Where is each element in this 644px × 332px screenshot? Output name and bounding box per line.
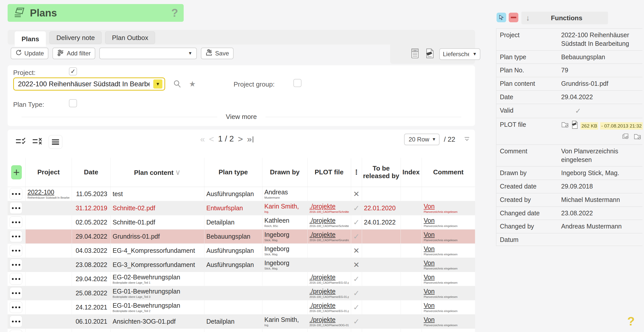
update-button[interactable]: Update xyxy=(11,48,48,59)
save-button[interactable]: Save xyxy=(201,48,234,59)
functions-header[interactable]: ↓ Functions xyxy=(521,12,608,24)
row-menu-button[interactable] xyxy=(10,202,22,214)
row-menu-button[interactable] xyxy=(10,301,22,313)
project-link[interactable]: 2022-100 xyxy=(28,189,54,196)
dropdown-arrow-icon[interactable]: ▼ xyxy=(153,79,162,89)
row-menu-button[interactable] xyxy=(10,216,22,228)
table-row[interactable]: 29.04.2022EG-02-BewehrungsplanBodenplatt… xyxy=(8,272,475,286)
filter-preset-select[interactable]: ▼ xyxy=(99,48,197,59)
comment-link[interactable]: Von xyxy=(424,302,435,309)
plot-file-link[interactable]: ./projekte xyxy=(310,302,336,309)
detail-value: 29.04.2022 xyxy=(561,93,641,101)
comment-link[interactable]: Von xyxy=(424,316,435,323)
plan-type-checkbox[interactable] xyxy=(69,99,77,107)
plot-file-link[interactable]: ./projekte xyxy=(310,203,336,210)
tab-plan-outbox[interactable]: Plan Outbox xyxy=(105,31,155,44)
next-page-button[interactable]: > xyxy=(238,135,243,143)
table-row[interactable]: 25.08.2022EG-01-BewehrungsplanBodenplatt… xyxy=(8,286,475,300)
export-format-select[interactable]: Lieferschein ▼ xyxy=(439,48,480,60)
row-menu-button[interactable] xyxy=(10,231,22,242)
column-comment[interactable]: Comment xyxy=(422,158,475,187)
plot-file-link[interactable]: ./projekte xyxy=(310,217,336,224)
comment-link[interactable]: Von xyxy=(424,203,435,210)
plot-file-link[interactable]: ./projekte xyxy=(310,288,336,295)
table-row[interactable]: 29.04.2022Grundriss-01.pdfBebauungsplanI… xyxy=(8,229,475,243)
table-row[interactable]: 04.03.2022EG-4_KompressorfundamentAusfüh… xyxy=(8,243,475,258)
favorite-star-icon[interactable]: ★ xyxy=(189,79,196,88)
project-filter-checkbox[interactable]: ✓ xyxy=(69,67,77,75)
row-menu-button[interactable] xyxy=(10,188,22,200)
cell-subtext: Stick, Mag. xyxy=(264,239,305,242)
plot-pdf-icon[interactable] xyxy=(571,120,578,131)
sort-descending-icon: ∨ xyxy=(175,168,181,176)
help-icon[interactable]: ? xyxy=(171,7,178,19)
column-project[interactable]: Project xyxy=(25,158,72,187)
comment-link[interactable]: Von xyxy=(424,245,435,252)
deselect-all-icon[interactable] xyxy=(32,137,43,147)
help-icon-bottom[interactable]: ? xyxy=(627,314,635,328)
select-mode-icon[interactable] xyxy=(497,13,506,22)
plot-remove-icon[interactable] xyxy=(561,121,569,130)
row-menu-button[interactable] xyxy=(10,259,22,271)
comment-link[interactable]: Von xyxy=(424,231,435,238)
row-menu-button[interactable] xyxy=(10,330,22,332)
table-row[interactable]: 02.05.2022Schnitte-01.pdfDetailplanKathl… xyxy=(8,215,475,229)
row-menu-button[interactable] xyxy=(10,245,22,256)
column-plot-file[interactable]: PLOT file xyxy=(307,158,351,187)
cell-subtext: Ing. xyxy=(264,324,305,327)
prev-page-button[interactable]: < xyxy=(209,135,214,143)
first-page-button[interactable]: « xyxy=(200,135,205,143)
column-drawn-by[interactable]: Drawn by xyxy=(262,158,307,187)
table-row[interactable]: 24.12.2021EG-01-BewehrungsplanBodenplatt… xyxy=(8,300,475,314)
plot-file-link[interactable]: ./projekte xyxy=(310,274,336,281)
comment-link[interactable]: Von xyxy=(424,259,435,266)
arrow-down-icon: ↓ xyxy=(526,14,530,22)
add-filter-button[interactable]: Add filter xyxy=(52,48,95,59)
comment-link[interactable]: Von xyxy=(424,288,435,295)
plot-folder-icon[interactable] xyxy=(634,133,641,142)
collapse-list-icon[interactable] xyxy=(464,136,470,143)
plot-file-cell: ./projekte2016-100_CAD/Plaene/Schnitte-0… xyxy=(307,201,351,215)
row-menu-button[interactable] xyxy=(10,273,22,285)
detail-row: CommentVon Planverzeichnis eingelesen xyxy=(496,145,642,167)
view-more-link[interactable]: View more xyxy=(217,113,265,121)
column-date[interactable]: Date xyxy=(72,158,110,187)
released-check-icon: ✓ xyxy=(353,275,359,283)
released-by-cell xyxy=(362,286,401,300)
pdf-export-icon[interactable] xyxy=(425,48,435,60)
last-page-button[interactable]: » xyxy=(247,135,253,143)
table-row[interactable]: 2022-100Reihenhäuser Südstadt In Bearbei… xyxy=(8,187,475,201)
plot-file-link[interactable]: ./projekte xyxy=(310,316,336,323)
column-to-be-released-by[interactable]: To be released by xyxy=(362,158,401,187)
tab-delivery-note[interactable]: Delivery note xyxy=(49,31,102,44)
project-cell xyxy=(25,272,72,286)
plot-copy-icon[interactable] xyxy=(622,133,630,142)
select-all-icon[interactable] xyxy=(15,137,26,147)
comment-link[interactable]: Von xyxy=(424,217,435,224)
csv-export-icon[interactable]: csv xyxy=(410,48,420,60)
project-group-checkbox[interactable] xyxy=(293,79,301,87)
drawn-by-cell xyxy=(262,286,307,300)
plot-file-cell: ./projekte2016-100_CAD/Plaene/Grundriss-… xyxy=(307,229,351,243)
comment-link[interactable]: Von xyxy=(424,274,435,281)
table-row[interactable]: 06.10.2021Ansichten-3OG-01.pdfDetailplan… xyxy=(8,314,475,328)
table-row[interactable]: 31.12.2019Schnitte-02.pdfEntwurfsplanKar… xyxy=(8,201,475,215)
released-check-icon: ✓ xyxy=(353,218,359,226)
table-row[interactable] xyxy=(8,328,475,332)
table-row[interactable]: 23.08.2022EG-3_KompressorfundamentAusfüh… xyxy=(8,258,475,272)
index-cell xyxy=(401,328,422,332)
tab-plans[interactable]: Plans xyxy=(15,31,46,47)
column-status[interactable]: ⋮ xyxy=(351,158,362,187)
column-index[interactable]: Index xyxy=(401,158,422,187)
plot-file-link[interactable]: ./projekte xyxy=(310,231,336,238)
column-plan-type[interactable]: Plan type xyxy=(204,158,262,187)
row-menu-button[interactable] xyxy=(10,287,22,299)
column-plan-content[interactable]: Plan content∨ xyxy=(110,158,204,187)
remove-icon[interactable] xyxy=(509,13,518,22)
add-plan-button[interactable]: + xyxy=(11,165,22,179)
rows-per-page-select[interactable]: 20 Row ▼ xyxy=(404,134,440,145)
project-search-icon[interactable] xyxy=(173,79,182,89)
row-menu-button[interactable] xyxy=(10,316,22,327)
project-select[interactable]: 2022-100 Reihenhäuser Südstadt In Bearbe… xyxy=(13,77,165,91)
menu-icon[interactable] xyxy=(49,135,62,149)
